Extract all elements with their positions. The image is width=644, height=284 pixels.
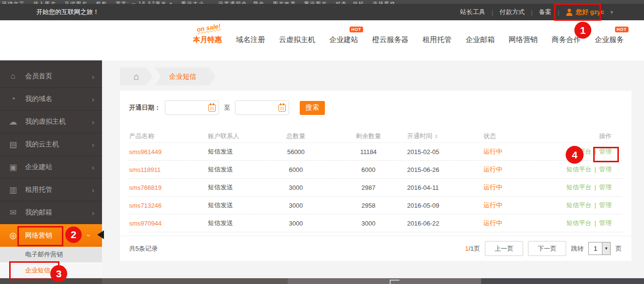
- date-cell: 2016-06-22: [407, 220, 483, 227]
- sms-platform-link[interactable]: 短信平台: [567, 219, 592, 227]
- total-records: 共5条记录: [129, 244, 158, 253]
- calendar-icon[interactable]: 21: [208, 104, 216, 112]
- topbar: 开始您的互联网之旅！ 站长工具 | 付款方式 | 备案 | 您好 gzyc ▾: [0, 4, 644, 20]
- home-icon: ⌂: [133, 71, 139, 82]
- sms-platform-link[interactable]: 短信平台: [567, 166, 592, 173]
- page-indicator: 1/1页: [465, 244, 480, 253]
- chevron-right-icon: ›: [92, 186, 94, 194]
- sidebar-item-my-virtual-hosts[interactable]: ☁ 我的虚拟主机 ›: [0, 111, 102, 133]
- user-caret-icon[interactable]: ▾: [610, 9, 613, 15]
- screen: 环绕文字 插入图片 压缩图片 裁剪 宽度: ─ 18.52厘米 + 重设大小 设…: [0, 0, 644, 284]
- hot-badge: HOT: [615, 27, 629, 32]
- table-row: sms961449 短信发送 56000 11184 2015-02-05 运行…: [129, 143, 622, 161]
- bottom-strip: [288, 278, 481, 284]
- col-open-time[interactable]: 开通时间▲▼: [407, 132, 483, 141]
- divider: |: [595, 184, 596, 191]
- pagination: 1/1页 上一页 下一页 跳转 1 ▼ 页: [465, 241, 622, 256]
- mail-icon: ✉: [7, 208, 19, 218]
- chevron-right-icon: ›: [92, 95, 94, 103]
- breadcrumb-home[interactable]: ⌂: [120, 68, 153, 85]
- status-badge: 运行中: [483, 219, 562, 227]
- total-cell: 3000: [262, 184, 330, 191]
- manage-link[interactable]: 管理: [599, 184, 612, 191]
- rack-icon: ▥: [7, 185, 19, 195]
- table-footer: 共5条记录 1/1页 上一页 下一页 跳转 1 ▼ 页: [120, 236, 631, 261]
- contact-cell: 短信发送: [208, 219, 262, 227]
- product-link[interactable]: sms766819: [129, 184, 208, 191]
- product-link[interactable]: sms713246: [129, 202, 208, 209]
- status-badge: 运行中: [483, 183, 562, 192]
- nav-item-cloud-virtual-host[interactable]: 云虚拟主机: [279, 35, 315, 44]
- nav-item-monthly-special[interactable]: on sale! 本月特惠: [193, 35, 222, 44]
- nav-item-business-cooperation[interactable]: 商务合作: [552, 35, 581, 44]
- topbar-link-webmaster-tools[interactable]: 站长工具: [460, 8, 485, 16]
- server-icon: ▤: [7, 140, 19, 150]
- date-to-input[interactable]: 21: [235, 100, 289, 115]
- chevron-right-icon: ›: [92, 72, 94, 81]
- manage-link[interactable]: 管理: [599, 219, 612, 227]
- sms-platform-link[interactable]: 短信平台: [567, 201, 592, 209]
- col-operations: 操作: [562, 132, 622, 141]
- product-link[interactable]: sms118911: [129, 166, 208, 173]
- table-header: 产品名称 账户联系人 总数量 剩余数量 开通时间▲▼ 状态 操作: [129, 129, 622, 143]
- annotation-circle-2: 2: [65, 227, 82, 243]
- sidebar-item-my-mailbox[interactable]: ✉ 我的邮箱 ›: [0, 201, 102, 224]
- select-arrow-icon: ▼: [602, 242, 610, 255]
- col-account-contact: 账户联系人: [208, 132, 262, 141]
- table-row: sms118911 短信发送 6000 6000 2015-06-26 运行中 …: [129, 161, 622, 179]
- chevron-right-icon: ›: [92, 163, 94, 171]
- prev-page-button[interactable]: 上一页: [485, 241, 523, 256]
- nav-item-enterprise-mail[interactable]: 企业邮箱: [466, 35, 495, 44]
- sidebar-subitem-email-marketing[interactable]: 电子邮件营销: [0, 247, 102, 262]
- sms-platform-link[interactable]: 短信平台: [567, 184, 592, 191]
- col-remaining: 剩余数量: [330, 132, 407, 141]
- date-from-input[interactable]: 21: [165, 100, 219, 115]
- sidebar-item-member-home[interactable]: ⌂ 会员首页 ›: [0, 65, 102, 88]
- sidebar-item-my-domains[interactable]: ◔ 我的域名 ›: [0, 88, 102, 111]
- topbar-link-icp[interactable]: 备案: [539, 8, 552, 16]
- breadcrumb: ⌂ 企业短信: [120, 68, 216, 85]
- page-select[interactable]: 1 ▼: [588, 242, 611, 255]
- annotation-circle-3: 3: [50, 265, 67, 282]
- search-button[interactable]: 搜索: [300, 101, 325, 115]
- sidebar-item-my-cloud-servers[interactable]: ▤ 我的云主机 ›: [0, 133, 102, 156]
- date-cell: 2015-06-26: [407, 166, 483, 173]
- home-icon: ⌂: [7, 71, 19, 81]
- table-row: sms713246 短信发送 3000 2958 2016-05-09 运行中 …: [129, 197, 622, 214]
- nav-item-domain-registration[interactable]: 域名注册: [236, 35, 265, 44]
- page-unit-label: 页: [615, 244, 622, 253]
- topbar-link-payment[interactable]: 付款方式: [499, 8, 525, 16]
- total-cell: 3000: [262, 220, 330, 227]
- col-status: 状态: [483, 132, 562, 141]
- table-row: sms766819 短信发送 3000 2987 2016-04-11 运行中 …: [129, 179, 622, 197]
- date-cell: 2015-02-05: [407, 148, 483, 156]
- sort-icon[interactable]: ▲▼: [435, 134, 438, 139]
- status-badge: 运行中: [483, 147, 562, 156]
- total-cell: 56000: [262, 148, 330, 156]
- product-link[interactable]: sms970944: [129, 220, 208, 227]
- remaining-cell: 2958: [330, 202, 407, 209]
- divider: |: [595, 219, 596, 227]
- date-cell: 2016-04-11: [407, 184, 483, 191]
- nav-item-site-builder[interactable]: HOT 企业建站: [329, 35, 358, 44]
- product-link[interactable]: sms961449: [129, 148, 208, 156]
- nav-item-online-marketing[interactable]: 网络营销: [509, 35, 538, 44]
- breadcrumb-current: 企业短信: [155, 68, 216, 85]
- slogan: 开始您的互联网之旅！: [36, 8, 99, 16]
- divider: |: [492, 9, 493, 16]
- chevron-right-icon: ›: [92, 141, 94, 149]
- nav-item-enterprise-service[interactable]: HOT 企业服务: [595, 35, 624, 44]
- nav-item-hosting[interactable]: 租用托管: [423, 35, 452, 44]
- nav-item-cloud-server[interactable]: 橙云服务器: [372, 35, 409, 44]
- manage-link[interactable]: 管理: [599, 166, 612, 173]
- next-page-button[interactable]: 下一页: [528, 241, 566, 256]
- on-sale-decoration: on sale!: [196, 22, 221, 33]
- website-icon: ▣: [7, 162, 19, 172]
- sidebar-item-hosting[interactable]: ▥ 租用托管 ›: [0, 179, 102, 201]
- header-band: on sale! 本月特惠 域名注册 云虚拟主机 HOT 企业建站 橙云服务器 …: [0, 20, 644, 60]
- chevron-down-icon: ›: [85, 234, 93, 237]
- calendar-icon[interactable]: 21: [278, 104, 286, 112]
- divider: |: [595, 201, 596, 209]
- manage-link[interactable]: 管理: [599, 201, 612, 209]
- sidebar-item-site-builder[interactable]: ▣ 企业建站 ›: [0, 156, 102, 179]
